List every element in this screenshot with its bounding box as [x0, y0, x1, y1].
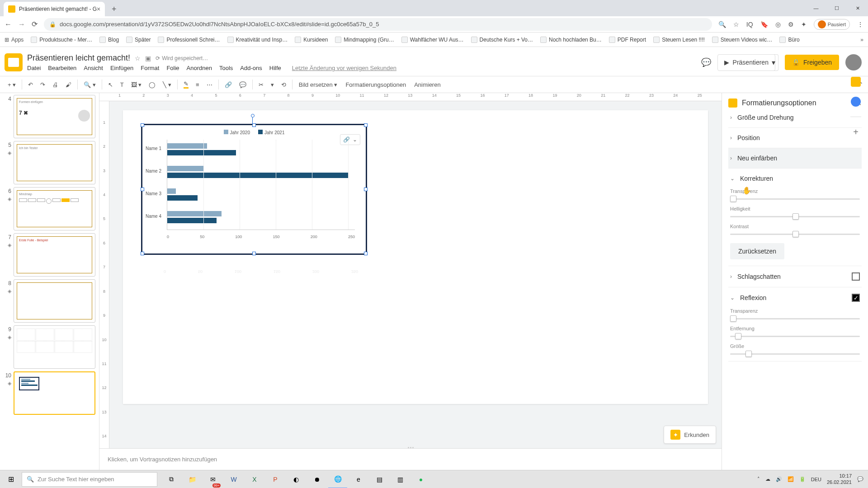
obs-icon[interactable]: ⏺ [307, 470, 326, 488]
slide-thumbnail-5[interactable]: Ich bin Tester [14, 141, 95, 184]
file-explorer-icon[interactable]: 📁 [183, 470, 202, 488]
slide-thumbnail-6[interactable]: Mindmap [14, 187, 95, 230]
shape-tool[interactable]: ◯ [146, 79, 159, 90]
replace-image-button[interactable]: Bild ersetzen ▾ [295, 79, 341, 90]
language-indicator[interactable]: DEU [811, 477, 821, 482]
tray-chevron-icon[interactable]: ˄ [757, 476, 760, 482]
menu-arrange[interactable]: Anordnen [187, 65, 212, 71]
resize-handle-n[interactable] [252, 123, 256, 127]
format-options-button[interactable]: Formatierungsoptionen [342, 79, 410, 90]
reload-button[interactable]: ⟳ [32, 20, 38, 28]
powerpoint-icon[interactable]: P [266, 470, 285, 488]
add-addon-icon[interactable]: + [853, 127, 859, 137]
present-button[interactable]: ▶ Präsentieren [717, 54, 775, 71]
back-button[interactable]: ← [5, 20, 12, 28]
volume-icon[interactable]: 🔊 [776, 476, 782, 482]
paint-format-button[interactable]: 🖌 [62, 79, 75, 90]
slider-brightness[interactable] [730, 216, 860, 217]
bookmark[interactable]: Später [126, 37, 151, 43]
bookmark[interactable]: Noch hochladen Bu… [540, 37, 602, 43]
address-bar[interactable]: 🔒 docs.google.com/presentation/d/1yV372S… [44, 18, 712, 31]
menu-view[interactable]: Ansicht [84, 65, 103, 71]
bookmark[interactable]: Steuern Videos wic… [712, 37, 773, 43]
chrome-menu-icon[interactable]: ⋮ [857, 21, 863, 28]
resize-handle-s[interactable] [252, 252, 256, 255]
tasks-icon[interactable] [851, 97, 861, 107]
line-tool[interactable]: ╲ ▾ [160, 79, 175, 90]
shadow-checkbox[interactable] [852, 272, 860, 281]
slider-refl-transparency[interactable] [730, 318, 860, 319]
taskbar-search[interactable]: 🔍 Zur Suche Text hier eingeben [22, 472, 157, 487]
slide-canvas[interactable]: 🔗⌄ Jahr 2020 Jahr 2021 Name 1Name 2Name … [123, 110, 708, 404]
bookmark[interactable]: PDF Report [609, 37, 646, 43]
slider-refl-distance[interactable] [730, 336, 860, 337]
resize-handle-sw[interactable] [141, 252, 144, 255]
minimize-button[interactable]: — [806, 0, 826, 16]
menu-slide[interactable]: Folie [166, 65, 179, 71]
rotate-handle[interactable] [251, 114, 255, 117]
app-icon[interactable]: ▥ [391, 470, 410, 488]
bookmark[interactable]: Deutsche Kurs + Vo… [471, 37, 533, 43]
section-adjustments[interactable]: ⌄Korrekturen [730, 175, 860, 182]
comments-icon[interactable]: 💬 [701, 57, 711, 67]
menu-file[interactable]: Datei [27, 65, 41, 71]
reflection-checkbox[interactable]: ✓ [852, 294, 860, 302]
slide-thumbnail-9[interactable] [14, 325, 95, 369]
link-button[interactable]: 🔗 [222, 79, 235, 90]
slider-refl-size[interactable] [730, 353, 860, 355]
star-icon[interactable]: ☆ [135, 55, 141, 62]
apps-shortcut[interactable]: ⊞Apps [5, 37, 24, 43]
doc-title[interactable]: Präsentieren leicht gemacht! [27, 53, 130, 63]
section-size-rotation[interactable]: ›Größe und Drehung [730, 114, 860, 121]
menu-tools[interactable]: Tools [219, 65, 233, 71]
zoom-icon[interactable]: 🔍 [718, 21, 726, 28]
menu-addons[interactable]: Add-ons [240, 65, 262, 71]
slides-logo-icon[interactable] [5, 53, 23, 71]
border-color-button[interactable]: ✎ [180, 78, 192, 91]
battery-icon[interactable]: 🔋 [799, 476, 806, 482]
bookmark[interactable]: Wahlfächer WU Aus… [401, 37, 464, 43]
wifi-icon[interactable]: 📶 [788, 476, 794, 482]
resize-handle-ne[interactable] [364, 123, 368, 127]
edge-icon[interactable]: e [349, 470, 368, 488]
bookmark-star-icon[interactable]: ☆ [733, 21, 739, 28]
bookmark[interactable]: Professionell Schrei… [158, 37, 220, 43]
bookmark[interactable]: Produktsuche - Mer… [31, 37, 92, 43]
resize-handle-nw[interactable] [141, 123, 144, 127]
menu-edit[interactable]: Bearbeiten [48, 65, 76, 71]
explore-button[interactable]: ✦Erkunden [664, 426, 716, 444]
slider-transparency[interactable] [730, 198, 860, 200]
extension-icon[interactable]: ⚙ [788, 21, 794, 28]
bookmark[interactable]: Mindmapping (Gru… [335, 37, 394, 43]
user-avatar[interactable] [845, 54, 862, 70]
border-weight-button[interactable]: ≡ [193, 79, 203, 90]
share-button[interactable]: 🔒 Freigeben [785, 55, 839, 70]
task-view-icon[interactable]: ⧉ [162, 470, 181, 488]
speaker-notes[interactable]: Klicken, um Vortragsnotizen hinzuzufügen [99, 448, 722, 470]
menu-format[interactable]: Format [141, 65, 159, 71]
keep-icon[interactable] [851, 77, 861, 87]
slide-thumbnail-10[interactable] [14, 371, 95, 415]
select-tool[interactable]: ↖ [105, 79, 116, 90]
browser-tab[interactable]: Präsentieren leicht gemacht! - G × [4, 2, 105, 16]
border-dash-button[interactable]: ⋯ [203, 79, 216, 90]
redo-button[interactable]: ↷ [37, 79, 48, 90]
resize-handle-w[interactable] [141, 188, 144, 191]
bookmark[interactable]: Büro [779, 37, 799, 43]
textbox-tool[interactable]: T [117, 79, 127, 90]
menu-help[interactable]: Hilfe [269, 65, 281, 71]
notes-resize-handle[interactable] [401, 447, 420, 450]
mail-icon[interactable]: ✉99+ [203, 470, 222, 488]
new-tab-button[interactable]: + [108, 3, 120, 15]
bookmark[interactable]: Kreativität und Insp… [227, 37, 288, 43]
comment-button[interactable]: 💬 [236, 79, 250, 90]
section-position[interactable]: ›Position [730, 134, 860, 141]
slider-contrast[interactable] [730, 234, 860, 235]
notifications-icon[interactable]: 💬 [857, 476, 863, 482]
slide-thumbnail-8[interactable] [14, 279, 95, 323]
excel-icon[interactable]: X [245, 470, 264, 488]
resize-handle-e[interactable] [364, 188, 368, 191]
bookmark[interactable]: Kursideen [295, 37, 328, 43]
slide-thumbnail-4[interactable]: Formen einfügen7 ✖ [14, 95, 95, 138]
chrome-icon[interactable]: 🌐 [328, 470, 347, 488]
